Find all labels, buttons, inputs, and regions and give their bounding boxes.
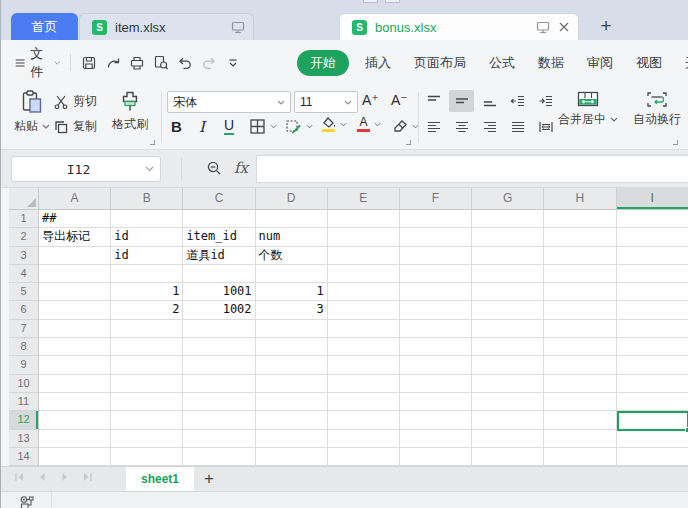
- cell-B11[interactable]: [111, 393, 183, 411]
- cell-E7[interactable]: [328, 320, 400, 338]
- menu-item-插入[interactable]: 插入: [365, 54, 391, 72]
- align-right-button[interactable]: [477, 116, 502, 138]
- cell-A7[interactable]: [39, 320, 111, 338]
- cell-H11[interactable]: [544, 393, 616, 411]
- cell-G12[interactable]: [472, 411, 544, 429]
- cell-A13[interactable]: [39, 430, 111, 448]
- macro-icon[interactable]: [19, 495, 37, 508]
- cell-I13[interactable]: [617, 430, 688, 448]
- prev-sheet-icon[interactable]: [36, 471, 48, 483]
- cell-C2[interactable]: item_id: [183, 228, 255, 246]
- cell-B10[interactable]: [111, 375, 183, 393]
- cell-B9[interactable]: [111, 356, 183, 374]
- column-header-E[interactable]: E: [328, 188, 400, 210]
- row-header-9[interactable]: 9: [9, 356, 39, 374]
- cell-G4[interactable]: [472, 265, 544, 283]
- zoom-out-icon[interactable]: [206, 160, 223, 177]
- redo-icon[interactable]: [200, 54, 217, 71]
- cell-F6[interactable]: [400, 301, 472, 319]
- cell-E1[interactable]: [328, 210, 400, 228]
- cell-E6[interactable]: [328, 301, 400, 319]
- export-icon[interactable]: [104, 54, 121, 71]
- menu-item-审阅[interactable]: 审阅: [587, 54, 613, 72]
- clear-button[interactable]: [391, 118, 419, 134]
- cell-G10[interactable]: [472, 375, 544, 393]
- cell-F13[interactable]: [400, 430, 472, 448]
- cell-C10[interactable]: [183, 375, 255, 393]
- shrink-font-button[interactable]: A⁻: [391, 92, 408, 108]
- cell-C5[interactable]: 1001: [183, 283, 255, 301]
- select-all-corner[interactable]: [9, 188, 39, 210]
- row-header-5[interactable]: 5: [9, 283, 39, 301]
- cell-F5[interactable]: [400, 283, 472, 301]
- cell-I2[interactable]: [617, 228, 688, 246]
- cell-E9[interactable]: [328, 356, 400, 374]
- last-sheet-icon[interactable]: [82, 471, 94, 483]
- column-header-D[interactable]: D: [256, 188, 328, 210]
- cell-H4[interactable]: [544, 265, 616, 283]
- new-document-button[interactable]: +: [596, 16, 616, 36]
- cell-I6[interactable]: [617, 301, 688, 319]
- cell-F1[interactable]: [400, 210, 472, 228]
- cell-G6[interactable]: [472, 301, 544, 319]
- font-color-button[interactable]: A: [357, 117, 381, 132]
- cell-B6[interactable]: 2: [111, 301, 183, 319]
- toolbar-more-icon[interactable]: [224, 54, 241, 71]
- row-header-6[interactable]: 6: [9, 301, 39, 319]
- cell-H8[interactable]: [544, 338, 616, 356]
- cell-B12[interactable]: [111, 411, 183, 429]
- monitor-icon[interactable]: [536, 21, 550, 34]
- cell-D6[interactable]: 3: [256, 301, 328, 319]
- cell-E8[interactable]: [328, 338, 400, 356]
- cell-B5[interactable]: 1: [111, 283, 183, 301]
- print-icon[interactable]: [128, 54, 145, 71]
- column-header-B[interactable]: B: [111, 188, 183, 210]
- cell-I11[interactable]: [617, 393, 688, 411]
- row-header-10[interactable]: 10: [9, 375, 39, 393]
- cell-H1[interactable]: [544, 210, 616, 228]
- clipboard-group-launcher[interactable]: [150, 140, 155, 145]
- cell-C1[interactable]: [183, 210, 255, 228]
- menu-item-数据[interactable]: 数据: [538, 54, 564, 72]
- grow-font-button[interactable]: A⁺: [362, 92, 379, 108]
- cell-D12[interactable]: [256, 411, 328, 429]
- cell-A14[interactable]: [39, 448, 111, 466]
- underline-button[interactable]: U: [224, 118, 234, 135]
- cell-C7[interactable]: [183, 320, 255, 338]
- cell-C11[interactable]: [183, 393, 255, 411]
- cell-H9[interactable]: [544, 356, 616, 374]
- cell-A3[interactable]: [39, 247, 111, 265]
- cell-B3[interactable]: id: [111, 247, 183, 265]
- row-header-13[interactable]: 13: [9, 430, 39, 448]
- cell-B1[interactable]: [111, 210, 183, 228]
- cell-D1[interactable]: [256, 210, 328, 228]
- cell-H13[interactable]: [544, 430, 616, 448]
- cell-I7[interactable]: [617, 320, 688, 338]
- save-icon[interactable]: [80, 54, 97, 71]
- add-sheet-button[interactable]: +: [200, 469, 218, 489]
- cell-G1[interactable]: [472, 210, 544, 228]
- column-header-G[interactable]: G: [472, 188, 544, 210]
- print-preview-icon[interactable]: [152, 54, 169, 71]
- cell-H2[interactable]: [544, 228, 616, 246]
- cell-B14[interactable]: [111, 448, 183, 466]
- cell-C6[interactable]: 1002: [183, 301, 255, 319]
- cell-C14[interactable]: [183, 448, 255, 466]
- merge-center-button[interactable]: 合并居中: [555, 91, 621, 128]
- cell-G11[interactable]: [472, 393, 544, 411]
- font-size-select[interactable]: 11: [294, 91, 358, 113]
- cell-D4[interactable]: [256, 265, 328, 283]
- cell-G14[interactable]: [472, 448, 544, 466]
- row-header-12[interactable]: 12: [9, 411, 39, 429]
- row-header-8[interactable]: 8: [9, 338, 39, 356]
- sheet-tab-sheet1[interactable]: sheet1: [126, 467, 194, 492]
- cell-E2[interactable]: [328, 228, 400, 246]
- cell-F9[interactable]: [400, 356, 472, 374]
- cell-H6[interactable]: [544, 301, 616, 319]
- borders-button[interactable]: [249, 118, 277, 135]
- cell-H12[interactable]: [544, 411, 616, 429]
- alignment-group-launcher[interactable]: [673, 140, 678, 145]
- cell-C4[interactable]: [183, 265, 255, 283]
- cell-C3[interactable]: 道具id: [183, 247, 255, 265]
- cell-I8[interactable]: [617, 338, 688, 356]
